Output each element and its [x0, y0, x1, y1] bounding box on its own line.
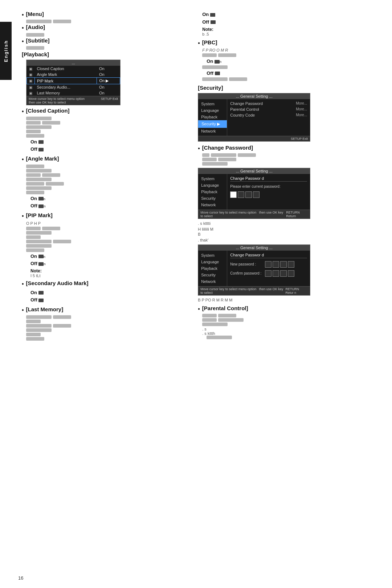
angle-mark-sub: On n Off n: [26, 165, 187, 210]
pbc-desc: F P RO O M R: [202, 48, 381, 52]
playback-menu-title: ...: [26, 60, 120, 66]
subtitle-section: • [Subtitle]: [22, 37, 187, 45]
menu-section: • [Menu]: [22, 11, 187, 19]
last-memory-label: [Last Memory]: [26, 306, 64, 312]
pwd-dialog2-title: ... General Setting ...: [198, 245, 310, 251]
change-password-sub: [202, 153, 381, 166]
closed-caption-section: • [Closed Caption]: [22, 108, 187, 115]
angle-mark-label: [Angle Mark]: [26, 155, 59, 162]
pwd-desc4: . thak': [198, 238, 381, 242]
pwd-sq-2: [238, 191, 244, 198]
pwd-desc3: B: [198, 232, 381, 236]
right-note-desc: b .5: [202, 32, 381, 36]
security-label: [Security]: [198, 85, 223, 91]
confirm-pwd-squares: [265, 270, 294, 277]
new-pwd-row: New password :: [230, 261, 307, 268]
new-pwd-squares: [265, 261, 294, 268]
pwd-dialog1-title: ... General Setting ...: [198, 168, 310, 174]
pbc-sub: F P RO O M R On n Off: [202, 48, 381, 81]
gen-setting-bottom: SETUP Exit: [198, 136, 310, 141]
pwd-sq-1: [230, 191, 237, 198]
security-gen-setting: ... General Setting ... System Language …: [198, 93, 310, 142]
change-pwd-dialog1: ... General Setting ... System Language …: [198, 168, 310, 219]
angle-mark-on: On n: [30, 195, 187, 203]
change-password-label: [Change Password]: [202, 145, 253, 151]
confirm-pwd-label: Confirm password :: [230, 271, 263, 275]
pip-mark-off: Off n: [30, 260, 187, 268]
bullet-icon: •: [22, 37, 24, 45]
bullet-icon: •: [22, 155, 24, 163]
gen-menu-network: Network: [198, 128, 227, 134]
table-row: ▣ Angle Mark On: [27, 72, 120, 78]
closed-caption-off: Off: [30, 146, 187, 153]
right-on: On: [202, 11, 381, 19]
last-memory-section: • [Last Memory]: [22, 306, 187, 314]
pwd-right-area: Change Passwor d Please enter current pa…: [227, 174, 310, 210]
gen-menu-playback: Playback: [198, 114, 227, 120]
pbc-off: Off: [207, 70, 381, 77]
pwd-dialog1-bottom: Move cursor key to select menu option th…: [198, 210, 310, 219]
new-pwd-label: New password :: [230, 262, 263, 266]
bullet-icon: •: [198, 305, 200, 313]
subtitle-sub: [26, 46, 187, 50]
confirm-pwd-row: Confirm password :: [230, 270, 307, 277]
pwd-left-menu: System Language Playback Security Networ…: [198, 174, 227, 210]
last-memory-sub: [26, 315, 187, 341]
gen-menu-security-active: Security ▶: [198, 120, 227, 128]
page-number: 16: [18, 575, 23, 581]
right-note: Note:: [202, 27, 381, 32]
pbc-on: On n: [207, 58, 381, 65]
gen-menu-row: Parental Control More...: [230, 106, 307, 112]
pip-mark-label: [PIP Mark]: [26, 212, 53, 218]
pwd-desc1: . s ktttti: [198, 221, 381, 226]
pip-mark-on: On n: [30, 253, 187, 260]
pwd-desc5: B P PO R M R M M: [198, 298, 381, 302]
bullet-icon: •: [22, 280, 24, 288]
closed-caption-sub: On Off: [26, 117, 187, 154]
right-off: Off: [202, 19, 381, 26]
gen-menu-row: Change Password More...: [230, 101, 307, 106]
change-pwd-dialog2: ... General Setting ... System Language …: [198, 244, 310, 296]
right-column: On Off Note: b .5 • [PBC] F P RO O M R: [194, 11, 381, 341]
menu-label: [Menu]: [26, 11, 44, 17]
pwd2-right-area: Change Passwor d New password : Confirm …: [227, 251, 310, 286]
audio-label: [Audio]: [26, 24, 45, 30]
security-header: [Security]: [198, 85, 381, 91]
pip-note-desc: I 5 tLt: [30, 273, 187, 278]
secondary-audio-on: On: [30, 289, 187, 297]
bullet-icon: •: [22, 108, 24, 115]
pwd-sq-3: [245, 191, 252, 198]
gen-menu-row: Country Code More...: [230, 112, 307, 118]
angle-mark-off: Off n: [30, 202, 187, 210]
parental-control-label: [Parental Control]: [202, 305, 248, 311]
pbc-section: • [PBC]: [198, 39, 381, 47]
gen-menu-language: Language: [198, 107, 227, 114]
playback-label: [Playback]: [22, 51, 49, 57]
secondary-audio-sub: On Off: [26, 289, 187, 304]
audio-section: • [Audio]: [22, 24, 187, 32]
playback-section: [Playback]: [22, 51, 187, 57]
pwd-dialog2-bottom: Move cursor key to select menu option th…: [198, 286, 310, 295]
bullet-icon: •: [198, 145, 200, 153]
closed-caption-on: On: [30, 138, 187, 146]
secondary-audio-label: [Secondary Audio Mark]: [26, 280, 89, 286]
dialog-title: Change Passwor d: [230, 176, 307, 182]
angle-mark-section: • [Angle Mark]: [22, 155, 187, 163]
gen-setting-right-menu: Change Password More... Parental Control…: [227, 99, 310, 136]
pbc-label: [PBC]: [202, 39, 217, 45]
playback-menu-screenshot: ... ▣ Closed Caption On ▣ Angle Mark On …: [26, 60, 121, 105]
bullet-icon: •: [22, 24, 24, 32]
gen-setting-title: ... General Setting ...: [198, 93, 310, 99]
pip-mark-sub: O P H P On n Off n Note: I 5 t: [26, 221, 187, 278]
parental-control-section: • [Parental Control]: [198, 305, 381, 313]
pwd-desc2: H lililili M: [198, 227, 381, 231]
table-row: ▣ Closed Caption On: [27, 66, 120, 72]
bullet-icon: •: [22, 11, 24, 19]
pip-mark-section: • [PIP Mark]: [22, 212, 187, 220]
change-password-section: • [Change Password]: [198, 145, 381, 153]
pip-note: Note:: [30, 268, 187, 273]
gen-setting-left-menu: System Language Playback Security ▶ Netw…: [198, 99, 227, 136]
sidebar-label: English: [3, 40, 9, 62]
pwd2-left-menu: System Language Playback Security Networ…: [198, 251, 227, 286]
parental-control-sub: . s . s kttth: [202, 314, 381, 339]
